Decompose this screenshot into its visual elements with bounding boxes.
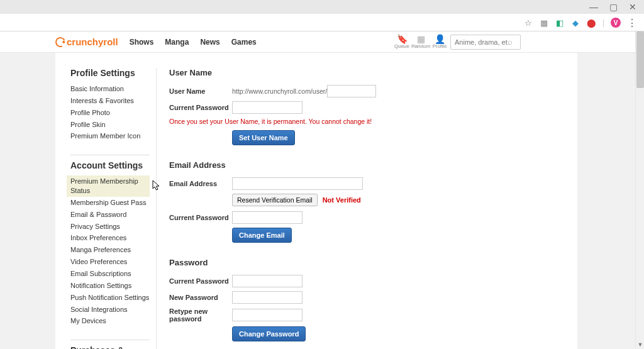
username-current-password-input[interactable] bbox=[232, 101, 303, 114]
profile-avatar-icon[interactable]: V bbox=[611, 18, 621, 28]
sidebar-item[interactable]: Push Notification Settings bbox=[70, 292, 150, 304]
nav-shows[interactable]: Shows bbox=[130, 38, 154, 47]
retype-password-input[interactable] bbox=[232, 309, 303, 321]
label-current-password-2: Current Password bbox=[169, 214, 232, 221]
logo-mark-icon bbox=[54, 35, 67, 48]
sidebar-item[interactable]: Profile Photo bbox=[70, 107, 150, 119]
sidebar-heading-purchases: Purchases & Credit bbox=[70, 340, 150, 349]
label-current-password-3: Current Password bbox=[169, 277, 232, 285]
scrollbar-thumb[interactable] bbox=[636, 31, 644, 88]
primary-nav: Shows Manga News Games bbox=[130, 38, 257, 47]
search-box[interactable]: ⌕ bbox=[450, 35, 521, 50]
extension-icon[interactable]: ◧ bbox=[555, 18, 565, 28]
label-email-address: Email Address bbox=[169, 180, 232, 187]
label-current-password-1: Current Password bbox=[169, 104, 232, 111]
section-title-username: User Name bbox=[169, 68, 565, 77]
change-password-button[interactable]: Change Password bbox=[232, 326, 306, 341]
section-title-password: Password bbox=[169, 258, 565, 267]
sidebar-item[interactable]: Notification Settings bbox=[70, 280, 150, 292]
user-icon: 👤 bbox=[435, 35, 445, 43]
queue-label: Queue bbox=[394, 43, 409, 49]
vertical-scrollbar[interactable]: ▲ ▼ bbox=[635, 31, 644, 349]
resend-verification-button[interactable]: Resend Verification Email bbox=[232, 194, 318, 206]
profile-label: Profile bbox=[433, 43, 447, 49]
window-minimize-icon[interactable]: — bbox=[589, 2, 598, 12]
sidebar-item[interactable]: Basic Information bbox=[70, 83, 150, 95]
scroll-down-arrow-icon[interactable]: ▼ bbox=[636, 340, 644, 349]
nav-manga[interactable]: Manga bbox=[165, 38, 189, 47]
dice-icon: ▦ bbox=[417, 35, 425, 43]
browser-menu-icon[interactable]: ⋮ bbox=[627, 17, 636, 29]
queue-link[interactable]: 🔖 Queue bbox=[392, 35, 411, 49]
nav-games[interactable]: Games bbox=[231, 38, 257, 47]
sidebar-item[interactable]: Manga Preferences bbox=[70, 244, 150, 256]
settings-sidebar: Profile Settings Basic InformationIntere… bbox=[55, 68, 156, 349]
window-close-icon[interactable]: ✕ bbox=[629, 2, 636, 12]
sidebar-item[interactable]: Membership Guest Pass bbox=[70, 197, 150, 209]
section-title-email: Email Address bbox=[169, 160, 565, 170]
browser-chrome: — ▢ ✕ ☆ ▦ ◧ ◆ ⬤ | V ⋮ bbox=[0, 0, 644, 31]
sidebar-item[interactable]: Inbox Preferences bbox=[70, 232, 150, 244]
site-header: crunchyroll Shows Manga News Games 🔖 Que… bbox=[0, 31, 644, 53]
nav-news[interactable]: News bbox=[200, 38, 219, 47]
label-username: User Name bbox=[169, 87, 232, 95]
section-password: Password Current Password New Password R… bbox=[169, 258, 565, 341]
label-retype-password: Retype new password bbox=[169, 307, 232, 323]
extension-icon[interactable]: ▦ bbox=[540, 18, 549, 28]
random-link[interactable]: ▦ Random bbox=[411, 35, 430, 49]
logo-text: crunchyroll bbox=[67, 36, 118, 47]
section-email: Email Address Email Address Resend Verif… bbox=[169, 160, 565, 243]
change-email-button[interactable]: Change Email bbox=[232, 228, 292, 243]
sidebar-heading-profile: Profile Settings bbox=[70, 68, 150, 78]
username-url-prefix: http://www.crunchyroll.com/user/ bbox=[232, 87, 327, 95]
label-new-password: New Password bbox=[169, 294, 232, 301]
set-username-button[interactable]: Set User Name bbox=[232, 130, 295, 145]
email-current-password-input[interactable] bbox=[232, 211, 303, 224]
username-input[interactable] bbox=[327, 85, 376, 97]
profile-link[interactable]: 👤 Profile bbox=[430, 35, 449, 49]
sidebar-item[interactable]: Premium Member Icon bbox=[70, 130, 150, 142]
sidebar-item[interactable]: Video Preferences bbox=[70, 256, 150, 268]
settings-main: User Name User Name http://www.crunchyro… bbox=[156, 68, 577, 349]
current-password-input[interactable] bbox=[232, 275, 303, 287]
sidebar-item[interactable]: Premium Membership Status bbox=[67, 175, 150, 197]
section-username: User Name User Name http://www.crunchyro… bbox=[169, 68, 565, 145]
page-content: Profile Settings Basic InformationIntere… bbox=[55, 53, 577, 349]
sidebar-item[interactable]: Interests & Favorites bbox=[70, 95, 150, 107]
email-status-badge: Not Verified bbox=[323, 196, 361, 204]
bookmark-star-icon[interactable]: ☆ bbox=[524, 18, 533, 28]
sidebar-item[interactable]: My Devices bbox=[70, 315, 150, 327]
random-label: Random bbox=[411, 43, 430, 49]
extension-icon[interactable]: ⬤ bbox=[587, 18, 596, 28]
sidebar-item[interactable]: Privacy Settings bbox=[70, 221, 150, 233]
bookmark-icon: 🔖 bbox=[397, 35, 408, 43]
email-input[interactable] bbox=[232, 177, 363, 190]
search-icon[interactable]: ⌕ bbox=[508, 37, 513, 47]
sidebar-item[interactable]: Email Subscriptions bbox=[70, 268, 150, 280]
sidebar-heading-account: Account Settings bbox=[70, 155, 150, 170]
site-logo[interactable]: crunchyroll bbox=[55, 36, 118, 47]
search-input[interactable] bbox=[455, 38, 508, 46]
username-warning: Once you set your User Name, it is perma… bbox=[169, 118, 565, 125]
sidebar-item[interactable]: Profile Skin bbox=[70, 119, 150, 131]
new-password-input[interactable] bbox=[232, 291, 303, 304]
extension-icon[interactable]: ◆ bbox=[571, 18, 580, 28]
window-maximize-icon[interactable]: ▢ bbox=[609, 2, 618, 12]
sidebar-item[interactable]: Social Integrations bbox=[70, 304, 150, 316]
sidebar-item[interactable]: Email & Password bbox=[70, 209, 150, 221]
